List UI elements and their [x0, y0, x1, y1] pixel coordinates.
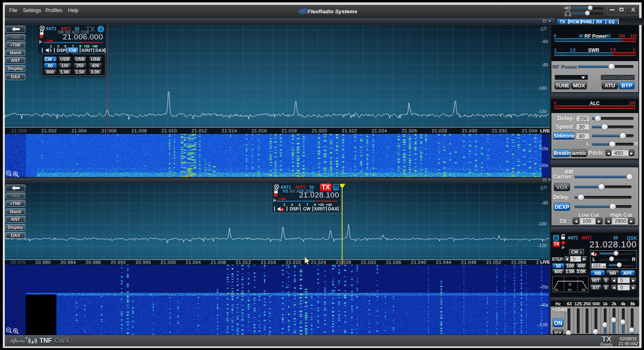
svg-text:50: 50 [568, 288, 572, 292]
svg-text:FlexRadio Systems: FlexRadio Systems [308, 8, 357, 14]
svg-text:25: 25 [582, 288, 585, 292]
svg-text:25: 25 [554, 288, 558, 292]
